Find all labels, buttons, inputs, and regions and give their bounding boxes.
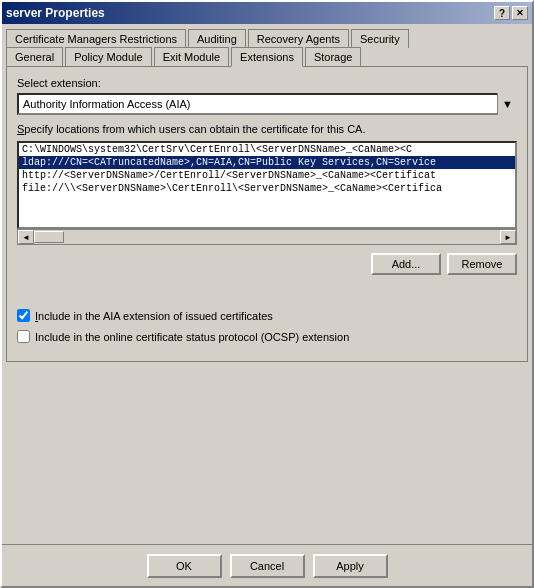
- select-extension-label: Select extension:: [17, 77, 517, 89]
- info-text: Specify locations from which users can o…: [17, 123, 517, 135]
- help-button[interactable]: ?: [494, 6, 510, 20]
- aia-checkbox[interactable]: [17, 309, 30, 322]
- list-item-0[interactable]: C:\WINDOWS\system32\CertSrv\CertEnroll\<…: [19, 143, 515, 156]
- checkbox-row-2: Include in the online certificate status…: [17, 330, 517, 343]
- scroll-right-button[interactable]: ►: [500, 230, 516, 244]
- list-item-3[interactable]: file://\\<ServerDNSName>\CertEnroll\<Ser…: [19, 182, 515, 195]
- title-bar-buttons: ? ✕: [494, 6, 528, 20]
- tab-auditing[interactable]: Auditing: [188, 29, 246, 48]
- tab-general[interactable]: General: [6, 47, 63, 67]
- list-item-2[interactable]: http://<ServerDNSName>/CertEnroll/<Serve…: [19, 169, 515, 182]
- ocsp-label-text: Include in the online certificate status…: [35, 331, 349, 343]
- horizontal-scrollbar[interactable]: ◄ ►: [17, 229, 517, 245]
- window: server Properties ? ✕ Certificate Manage…: [0, 0, 534, 588]
- tab-policy[interactable]: Policy Module: [65, 47, 151, 67]
- locations-listbox[interactable]: C:\WINDOWS\system32\CertSrv\CertEnroll\<…: [17, 141, 517, 229]
- aia-checkbox-label: Include in the AIA extension of issued c…: [35, 310, 273, 322]
- tab-cert-mgr[interactable]: Certificate Managers Restrictions: [6, 29, 186, 48]
- extension-dropdown[interactable]: Authority Information Access (AIA): [17, 93, 517, 115]
- extension-dropdown-container: Authority Information Access (AIA) ▼: [17, 93, 517, 115]
- list-item-1[interactable]: ldap:///CN=<CATruncatedName>,CN=AIA,CN=P…: [19, 156, 515, 169]
- scroll-left-button[interactable]: ◄: [18, 230, 34, 244]
- spacer: [17, 285, 517, 305]
- tab-storage[interactable]: Storage: [305, 47, 362, 67]
- add-button[interactable]: Add...: [371, 253, 441, 275]
- tabs-row1: Certificate Managers Restrictions Auditi…: [2, 24, 532, 47]
- checkbox-row-1: Include in the AIA extension of issued c…: [17, 309, 517, 322]
- tab-extensions[interactable]: Extensions: [231, 47, 303, 67]
- aia-label-text: nclude in the AIA extension of issued ce…: [38, 310, 273, 322]
- apply-button[interactable]: Apply: [313, 554, 388, 578]
- info-text-content: pecify locations from which users can ob…: [24, 123, 365, 135]
- remove-button[interactable]: Remove: [447, 253, 517, 275]
- tab-panel-extensions: Select extension: Authority Information …: [6, 66, 528, 362]
- ok-button[interactable]: OK: [147, 554, 222, 578]
- tab-security[interactable]: Security: [351, 29, 409, 48]
- checkbox-group: Include in the AIA extension of issued c…: [17, 309, 517, 343]
- scrollbar-track[interactable]: [34, 230, 500, 244]
- close-button[interactable]: ✕: [512, 6, 528, 20]
- scrollbar-thumb[interactable]: [34, 231, 64, 243]
- cancel-button[interactable]: Cancel: [230, 554, 305, 578]
- ocsp-checkbox[interactable]: [17, 330, 30, 343]
- window-title: server Properties: [6, 6, 105, 20]
- ocsp-checkbox-label: Include in the online certificate status…: [35, 331, 349, 343]
- bottom-bar: OK Cancel Apply: [2, 544, 532, 586]
- add-remove-buttons: Add... Remove: [17, 253, 517, 275]
- tabs-row2: General Policy Module Exit Module Extens…: [2, 46, 532, 66]
- tab-recovery[interactable]: Recovery Agents: [248, 29, 349, 48]
- title-bar: server Properties ? ✕: [2, 2, 532, 24]
- tab-exit[interactable]: Exit Module: [154, 47, 229, 67]
